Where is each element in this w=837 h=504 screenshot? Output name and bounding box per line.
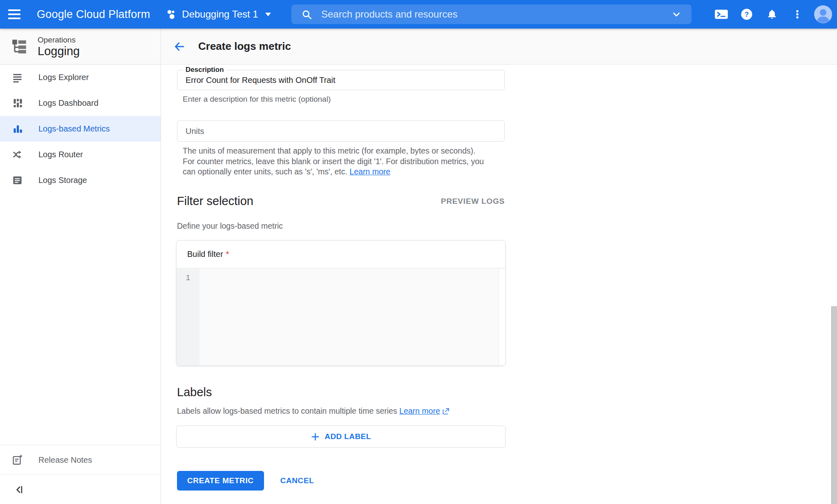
gcp-logo[interactable]: Google Cloud Platform bbox=[37, 8, 150, 21]
description-input[interactable] bbox=[177, 70, 504, 90]
sidebar-item-label: Logs Router bbox=[38, 150, 83, 159]
sidebar: Operations Logging Logs Explorer Log bbox=[0, 29, 161, 504]
required-asterisk: * bbox=[226, 250, 229, 259]
search-input[interactable] bbox=[321, 9, 671, 20]
form-content: Description Enter a description for this… bbox=[161, 65, 837, 504]
labels-heading: Labels bbox=[177, 386, 212, 399]
project-name: Debugging Test 1 bbox=[182, 9, 258, 20]
sidebar-item-logs-router[interactable]: Logs Router bbox=[0, 142, 161, 167]
page-title: Create logs metric bbox=[198, 40, 291, 53]
sidebar-collapse-row bbox=[0, 475, 161, 504]
external-link-icon bbox=[442, 408, 450, 415]
top-app-bar: Google Cloud Platform Debugging Test 1 bbox=[0, 0, 837, 29]
sidebar-product-title: Logging bbox=[38, 45, 80, 58]
back-arrow-icon bbox=[173, 40, 186, 53]
filter-selection-row: Filter selection PREVIEW LOGS bbox=[177, 194, 505, 208]
sidebar-item-label: Logs Storage bbox=[38, 176, 87, 185]
create-metric-button[interactable]: CREATE METRIC bbox=[177, 471, 264, 491]
editor-scrollbar[interactable] bbox=[499, 269, 505, 366]
sidebar-item-release-notes[interactable]: Release Notes bbox=[0, 445, 161, 475]
logging-product-icon bbox=[11, 38, 28, 55]
sidebar-item-label: Logs-based Metrics bbox=[38, 124, 110, 134]
help-icon: ? bbox=[741, 8, 753, 20]
release-notes-icon bbox=[11, 454, 23, 466]
description-field-label: Description bbox=[183, 66, 226, 74]
sidebar-item-logs-storage[interactable]: Logs Storage bbox=[0, 167, 161, 193]
line-number: 1 bbox=[186, 273, 190, 282]
sidebar-nav: Logs Explorer Logs Dashboard Logs-based … bbox=[0, 65, 161, 193]
sidebar-item-logs-explorer[interactable]: Logs Explorer bbox=[0, 65, 161, 90]
search-icon bbox=[301, 9, 312, 20]
units-learn-more-link[interactable]: Learn more bbox=[349, 167, 390, 176]
labels-learn-more-link[interactable]: Learn more bbox=[399, 406, 450, 416]
menu-button[interactable] bbox=[0, 0, 29, 29]
description-field: Description bbox=[177, 70, 505, 90]
logs-explorer-icon bbox=[11, 72, 23, 83]
chevron-down-icon[interactable] bbox=[671, 9, 682, 20]
sidebar-eyebrow: Operations bbox=[38, 35, 80, 45]
avatar[interactable] bbox=[814, 5, 832, 23]
sidebar-item-label: Logs Dashboard bbox=[38, 98, 98, 108]
labels-subtitle: Labels allow logs-based metrics to conta… bbox=[177, 406, 450, 416]
cloud-shell-button[interactable] bbox=[709, 0, 734, 29]
logs-dashboard-icon bbox=[11, 98, 23, 109]
more-options-button[interactable] bbox=[785, 0, 810, 29]
release-notes-label: Release Notes bbox=[38, 455, 92, 465]
cancel-button[interactable]: CANCEL bbox=[280, 476, 314, 485]
add-label-button[interactable]: ADD LABEL bbox=[176, 426, 506, 448]
window-scrollbar[interactable] bbox=[831, 306, 837, 504]
more-vertical-icon bbox=[792, 9, 803, 20]
build-filter-label: Build filter bbox=[187, 250, 223, 259]
logs-router-icon bbox=[11, 149, 23, 161]
logs-storage-icon bbox=[11, 175, 23, 186]
logs-based-metrics-icon bbox=[11, 123, 23, 135]
project-selector[interactable]: Debugging Test 1 bbox=[166, 9, 271, 20]
sidebar-item-label: Logs Explorer bbox=[38, 73, 89, 82]
hamburger-icon bbox=[8, 9, 20, 11]
editor-line-number-gutter: 1 bbox=[177, 269, 199, 366]
units-helper-text: The units of measurement that apply to t… bbox=[183, 146, 488, 177]
build-filter-header: Build filter * bbox=[177, 241, 505, 268]
page-header: Create logs metric bbox=[161, 29, 837, 65]
main-panel: Create logs metric Description Enter a d… bbox=[161, 29, 837, 504]
filter-code-editor: 1 bbox=[177, 269, 505, 366]
sidebar-header: Operations Logging bbox=[0, 29, 161, 65]
topbar-actions: ? bbox=[709, 0, 832, 29]
notifications-button[interactable] bbox=[759, 0, 785, 29]
search-bar[interactable] bbox=[291, 4, 692, 24]
notifications-bell-icon bbox=[766, 9, 778, 20]
back-button[interactable] bbox=[170, 38, 188, 56]
help-button[interactable]: ? bbox=[734, 0, 759, 29]
collapse-sidebar-icon bbox=[14, 484, 25, 495]
plus-icon bbox=[311, 432, 320, 442]
build-filter-card: Build filter * 1 bbox=[176, 240, 506, 366]
filter-subtitle: Define your logs-based metric bbox=[177, 221, 283, 231]
caret-down-icon bbox=[265, 13, 271, 16]
filter-selection-heading: Filter selection bbox=[177, 194, 253, 208]
sidebar-item-logs-dashboard[interactable]: Logs Dashboard bbox=[0, 90, 161, 116]
sidebar-bottom: Release Notes bbox=[0, 445, 161, 504]
units-input[interactable] bbox=[177, 121, 504, 141]
sidebar-item-logs-based-metrics[interactable]: Logs-based Metrics bbox=[0, 116, 161, 142]
cloud-shell-icon bbox=[714, 9, 728, 20]
collapse-sidebar-button[interactable] bbox=[12, 483, 26, 497]
form-actions: CREATE METRIC CANCEL bbox=[177, 471, 314, 491]
description-helper-text: Enter a description for this metric (opt… bbox=[183, 95, 331, 104]
svg-text:?: ? bbox=[745, 11, 749, 18]
preview-logs-button[interactable]: PREVIEW LOGS bbox=[441, 197, 505, 206]
units-field bbox=[177, 120, 505, 142]
editor-input-area[interactable] bbox=[199, 269, 505, 366]
project-switcher-icon bbox=[166, 9, 177, 20]
